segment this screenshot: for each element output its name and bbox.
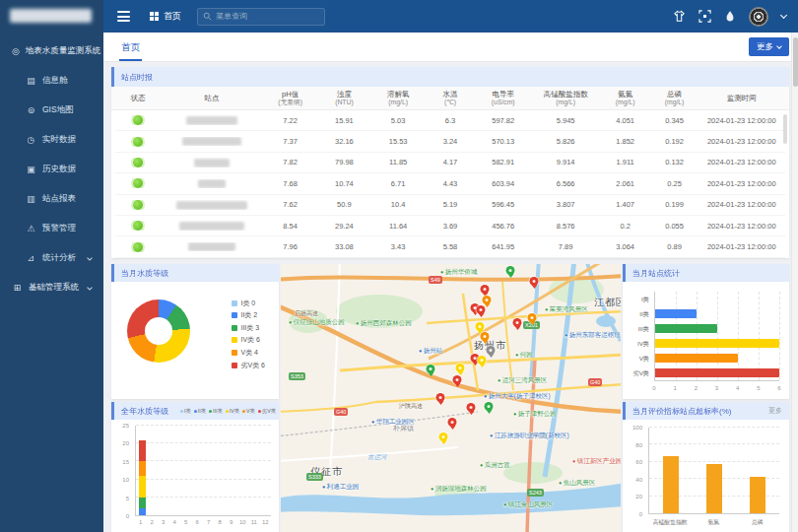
- legend-label: IV类: [230, 408, 239, 415]
- value-cell: 2024-01-23 12:00:00: [698, 200, 785, 209]
- value-cell: 582.91: [475, 158, 532, 166]
- exceed-yaxis: 020406080100: [625, 428, 646, 514]
- value-cell: 7.89: [532, 242, 600, 251]
- legend-dot: [258, 410, 261, 413]
- legend-label: 劣V类 6: [240, 361, 265, 370]
- hamburger-menu-icon[interactable]: [117, 11, 130, 22]
- fullscreen-icon[interactable]: [698, 10, 711, 23]
- legend-item[interactable]: 劣V类 6: [232, 361, 265, 370]
- legend-item[interactable]: 劣V类: [258, 408, 276, 415]
- legend-item[interactable]: I类 0: [232, 299, 265, 308]
- value-cell: 0.345: [651, 116, 698, 125]
- bar[interactable]: [655, 339, 779, 348]
- station-pin-green[interactable]: [485, 402, 494, 411]
- legend-item[interactable]: IV类: [226, 408, 239, 415]
- bar[interactable]: [706, 464, 722, 513]
- gridline: [738, 292, 739, 380]
- theme-skin-icon[interactable]: [673, 10, 686, 23]
- legend-item[interactable]: II类 2: [232, 310, 265, 320]
- table-row[interactable]: 8.5429.2411.643.69456.768.5760.20.055202…: [115, 216, 785, 236]
- sidebar-item[interactable]: ▤信息舱: [0, 66, 103, 96]
- station-pin-red[interactable]: [530, 277, 539, 286]
- sidebar-item[interactable]: ⚠预警管理: [0, 214, 103, 243]
- status-cell: [115, 221, 161, 231]
- map-label-green: 扬子津野公园: [513, 410, 557, 419]
- station-pin-yellow[interactable]: [439, 432, 448, 441]
- legend-item[interactable]: V类 4: [232, 348, 265, 358]
- station-pin-red[interactable]: [467, 403, 476, 412]
- station-pin-red[interactable]: [513, 318, 522, 327]
- legend-item[interactable]: IV类 6: [232, 335, 265, 345]
- bar[interactable]: [750, 477, 765, 513]
- topbar-home-link[interactable]: 首页: [150, 10, 181, 23]
- x-axis-label: 氨氮: [708, 518, 720, 527]
- station-pin-yellow[interactable]: [478, 356, 487, 365]
- legend-item[interactable]: V类: [242, 408, 255, 415]
- station-pin-green[interactable]: [506, 266, 515, 275]
- bar[interactable]: [663, 456, 679, 513]
- panel-header: 当月水质等级: [111, 264, 279, 282]
- sidebar-item[interactable]: ⊿统计分析: [0, 243, 103, 273]
- donut-chart[interactable]: [127, 299, 190, 363]
- legend-item[interactable]: II类: [194, 408, 206, 415]
- sidebar-item[interactable]: ▥站点报表: [0, 184, 103, 214]
- bar[interactable]: [655, 368, 779, 377]
- panel-title: 当月评价指标站点超标率(%): [632, 406, 731, 417]
- station-pin-yellow[interactable]: [476, 322, 485, 331]
- table-row[interactable]: 7.3732.1615.533.24570.135.8261.8520.1922…: [115, 131, 785, 152]
- station-pin-red[interactable]: [453, 375, 462, 384]
- bar[interactable]: [655, 324, 717, 333]
- scrollbar-thumb[interactable]: [793, 37, 798, 87]
- station-pin-green[interactable]: [427, 365, 435, 373]
- table-row[interactable]: 7.6250.910.45.19596.453.8071.4070.199202…: [115, 195, 785, 216]
- sidebar-section[interactable]: ⊞基础管理系统: [0, 273, 103, 302]
- value-cell: 15.91: [318, 116, 371, 125]
- sidebar-item[interactable]: ▣历史数据: [0, 155, 103, 184]
- menu-search-box[interactable]: [197, 8, 325, 26]
- gis-map[interactable]: 扬州市仪征市江都区朴席镇沪陕高速启扬高速春江路古运河扬州华侨城仪征捺山地质公园扬…: [281, 264, 621, 532]
- panel-header: 当月站点统计: [623, 264, 789, 282]
- more-button[interactable]: 更多: [749, 37, 789, 56]
- y-axis-label: 劣V类: [632, 369, 649, 378]
- station-pin-red[interactable]: [436, 393, 445, 402]
- bar[interactable]: [655, 309, 697, 318]
- flame-icon[interactable]: [724, 10, 736, 23]
- station-pin-orange[interactable]: [481, 332, 490, 341]
- station-pin-orange[interactable]: [528, 313, 537, 322]
- panel-more-link[interactable]: 更多: [768, 406, 782, 416]
- map-icon: ⊚: [26, 105, 36, 115]
- bar-segment: [139, 508, 146, 515]
- search-input[interactable]: [216, 12, 319, 21]
- table-row[interactable]: 7.9633.083.435.58641.957.893.0640.892024…: [115, 236, 785, 257]
- x-axis-tick: 11: [251, 519, 257, 525]
- table-row[interactable]: 7.6810.746.714.43603.946.5662.0610.25202…: [115, 173, 785, 194]
- column-header: 站点: [161, 94, 263, 103]
- station-pin-gray[interactable]: [487, 346, 496, 355]
- user-avatar[interactable]: [749, 7, 768, 27]
- station-name-redacted: [179, 222, 244, 231]
- sidebar-item[interactable]: ⊚GIS地图: [0, 96, 103, 125]
- legend-item[interactable]: III类 3: [232, 323, 265, 333]
- sidebar-section[interactable]: ◎地表水质量监测系统: [0, 36, 103, 66]
- page-scrollbar[interactable]: [791, 33, 798, 532]
- station-cell: [161, 158, 263, 167]
- table-scrollbar[interactable]: [783, 114, 787, 144]
- legend-item[interactable]: I类: [180, 408, 191, 415]
- exceed-xaxis: 高锰酸盐指数氨氮总磷: [648, 518, 779, 528]
- sidebar-item[interactable]: ◷实时数据: [0, 125, 103, 155]
- tab-home[interactable]: 首页: [119, 33, 142, 61]
- station-pin-red[interactable]: [477, 305, 486, 314]
- station-pin-red[interactable]: [481, 285, 490, 294]
- station-pin-orange[interactable]: [483, 296, 492, 304]
- legend-item[interactable]: III类: [209, 408, 223, 415]
- station-pin-yellow[interactable]: [456, 364, 465, 372]
- stacked-bar-month-1[interactable]: [139, 426, 146, 515]
- value-cell: 1.407: [600, 200, 651, 209]
- value-cell: 3.807: [532, 200, 600, 209]
- legend-label: I类 0: [240, 299, 255, 308]
- table-row[interactable]: 7.2215.915.036.3597.825.9454.0510.345202…: [115, 110, 785, 131]
- chevron-down-icon[interactable]: [780, 12, 787, 19]
- station-pin-red[interactable]: [448, 418, 457, 427]
- table-row[interactable]: 7.8279.9811.854.17582.919.9141.9110.1322…: [115, 153, 785, 173]
- bar[interactable]: [655, 354, 738, 363]
